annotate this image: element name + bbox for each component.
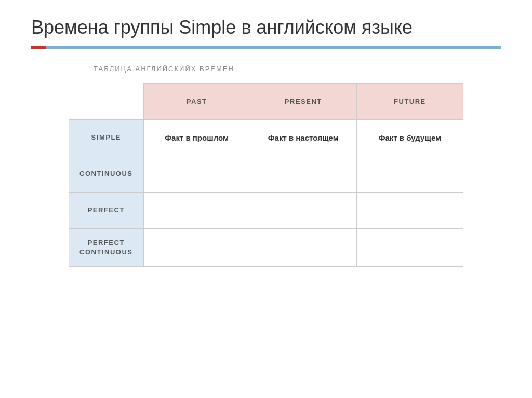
cell-3-2 [356,229,463,267]
table-header-row: PAST PRESENT FUTURE [69,84,463,120]
table-subtitle: ТАБЛИЦА АНГЛИЙСКИЙХ ВРЕМЕН [94,65,234,73]
table-row: CONTINUOUS [69,156,463,193]
accent-bar [31,46,501,49]
cell-2-0 [143,193,250,229]
table-row: PERFECT [69,193,463,229]
row-label-1: CONTINUOUS [69,156,144,193]
row-label-0: SIMPLE [69,120,144,156]
table-row: PERFECT CONTINUOUS [69,229,463,267]
header-section: Времена группы Simple в английском языке [0,0,532,49]
cell-2-1 [250,193,356,229]
cell-3-0 [143,229,250,267]
cell-1-1 [250,156,356,193]
cell-0-2: Факт в будущем [356,120,463,156]
cell-3-1 [250,229,356,267]
cell-0-0: Факт в прошлом [143,120,250,156]
col-header-past: PAST [143,84,250,120]
empty-header-cell [69,84,144,120]
cell-0-1: Факт в настоящем [250,120,356,156]
row-label-2: PERFECT [69,193,144,229]
tense-table: PAST PRESENT FUTURE SIMPLEФакт в прошлом… [69,83,463,267]
cell-1-0 [143,156,250,193]
content-section: ТАБЛИЦА АНГЛИЙСКИЙХ ВРЕМЕН PAST PRESENT … [0,65,532,267]
accent-line [46,46,501,49]
page-title: Времена группы Simple в английском языке [31,16,501,39]
cell-1-2 [356,156,463,193]
table-row: SIMPLEФакт в прошломФакт в настоящемФакт… [69,120,463,156]
accent-square [31,46,46,49]
col-header-future: FUTURE [356,84,463,120]
col-header-present: PRESENT [250,84,356,120]
cell-2-2 [356,193,463,229]
row-label-3: PERFECT CONTINUOUS [69,229,144,267]
page: Времена группы Simple в английском языке… [0,0,532,398]
